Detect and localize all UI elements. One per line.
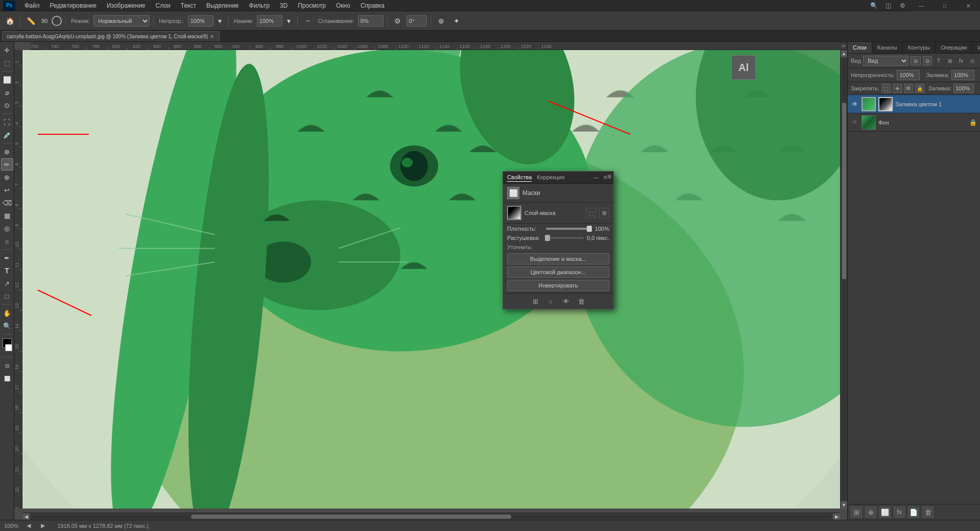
props-icon-grid[interactable]: ⊞	[530, 296, 541, 307]
props-icon-trash[interactable]: 🗑	[576, 296, 587, 307]
home-button[interactable]: 🏠	[3, 14, 16, 28]
props-mask-thumbnail[interactable]	[507, 206, 521, 220]
fill-lock-input[interactable]	[953, 84, 974, 93]
brush-tool[interactable]: ✏	[1, 158, 13, 171]
status-arrow-left[interactable]: ◀	[27, 522, 31, 529]
filter-icon-5[interactable]: ⊙	[968, 56, 977, 65]
stylus-icon[interactable]: ✦	[450, 14, 463, 28]
search-button[interactable]: 🔍	[867, 0, 881, 11]
opacity-input[interactable]	[188, 15, 213, 27]
menu-text[interactable]: Текст	[177, 1, 200, 10]
menu-3d[interactable]: 3D	[276, 1, 292, 10]
filter-toggle-btn[interactable]: ⊙	[911, 56, 921, 65]
brush-tool-icon[interactable]: ✏️	[24, 14, 37, 28]
move-tool[interactable]: ✛	[1, 44, 13, 56]
tool-preset-picker[interactable]	[52, 16, 62, 26]
menu-selection[interactable]: Выделение	[202, 1, 243, 10]
path-select-tool[interactable]: ↗	[1, 277, 13, 289]
lock-pixel-btn[interactable]: ⬚	[881, 84, 891, 93]
new-group-btn[interactable]: ⊞	[851, 506, 862, 518]
filter-icon-3[interactable]: ⊞	[945, 56, 954, 65]
new-mask-btn[interactable]: ⬜	[879, 506, 891, 518]
angle-input[interactable]	[407, 15, 427, 27]
menu-file[interactable]: Файл	[20, 1, 44, 10]
dodge-tool[interactable]: ☼	[1, 235, 13, 247]
layers-fill-input[interactable]	[951, 70, 974, 80]
pen-tool[interactable]: ✒	[1, 252, 13, 264]
props-density-track[interactable]	[546, 228, 592, 230]
heal-tool[interactable]: ⊕	[1, 146, 13, 158]
tab-history[interactable]: История	[972, 42, 980, 53]
new-style-btn[interactable]: fx	[894, 506, 905, 518]
arrange-button[interactable]: ◫	[881, 0, 895, 11]
ps-icon[interactable]: Ps	[3, 1, 15, 11]
eraser-tool[interactable]: ⌫	[1, 197, 13, 209]
stamp-tool[interactable]: ⊗	[1, 171, 13, 183]
layers-opacity-input[interactable]	[897, 70, 920, 80]
layer-item-1[interactable]: 👁 Заливка цветом 1	[848, 95, 980, 113]
close-button[interactable]: ✕	[957, 0, 980, 11]
mode-select[interactable]: Нормальный	[93, 15, 150, 27]
canvas-image[interactable]: Al	[22, 50, 840, 509]
status-arrow-right[interactable]: ▶	[41, 522, 45, 529]
layer-visibility-2[interactable]: 👁	[851, 118, 859, 127]
file-tab[interactable]: camylla-battani-AoqgGAqrlpU-unsplash.jpg…	[2, 31, 220, 41]
flow-toggle[interactable]: ▾	[284, 14, 294, 28]
gradient-tool[interactable]: ▦	[1, 209, 13, 222]
select-tool[interactable]: ⬜	[1, 74, 13, 86]
hand-tool[interactable]: ✋	[1, 307, 13, 319]
lasso-tool[interactable]: ⌀	[1, 86, 13, 99]
btn-color-range[interactable]: Цветовой диапазон...	[507, 267, 609, 278]
menu-view[interactable]: Просмотр	[294, 1, 330, 10]
delete-layer-btn[interactable]: 🗑	[922, 506, 934, 518]
ruler-corner-expand[interactable]: ≫	[839, 42, 847, 50]
props-mask-btn-2[interactable]: ⊞	[599, 208, 609, 218]
layer-item-2[interactable]: 👁 Фон 🔒	[848, 113, 980, 132]
crop-tool[interactable]: ⛶	[1, 116, 13, 128]
lock-all-btn[interactable]: 🔒	[915, 84, 924, 93]
quick-mask-btn[interactable]: ⊟	[1, 359, 13, 372]
shape-tool[interactable]: □	[1, 290, 13, 302]
tab-properties[interactable]: Свойства	[507, 173, 532, 182]
props-icon-circle[interactable]: ○	[545, 296, 556, 307]
flow-input[interactable]	[257, 15, 282, 27]
zoom-tool[interactable]: 🔍	[1, 320, 13, 332]
screen-mode-btn[interactable]: ⬜	[1, 372, 13, 384]
btn-select-mask[interactable]: Выделение и маска...	[507, 253, 609, 264]
menu-help[interactable]: Справка	[356, 1, 389, 10]
opacity-toggle[interactable]: ▾	[216, 14, 225, 28]
new-fill-btn[interactable]: ⊕	[865, 506, 876, 518]
smoothing-icon[interactable]: ~	[301, 14, 315, 28]
history-brush-tool[interactable]: ↩	[1, 184, 13, 196]
scrollbar-horizontal[interactable]: ◀ ▶	[22, 513, 840, 520]
maximize-button[interactable]: □	[933, 0, 957, 11]
menu-filter[interactable]: Фильтр	[245, 1, 274, 10]
tab-layers[interactable]: Слои	[848, 42, 872, 53]
blur-tool[interactable]: ◎	[1, 222, 13, 234]
layer-visibility-1[interactable]: 👁	[851, 100, 859, 108]
props-icon-eye[interactable]: 👁	[560, 296, 571, 307]
props-feather-handle[interactable]	[545, 235, 550, 241]
props-minimize-btn[interactable]: —	[592, 174, 600, 182]
new-layer-btn[interactable]: 📄	[908, 506, 919, 518]
menu-image[interactable]: Изображение	[103, 1, 150, 10]
filter-select[interactable]: Вид	[863, 56, 909, 66]
eyedropper-tool[interactable]: 💉	[1, 129, 13, 141]
background-color[interactable]	[5, 344, 12, 351]
menu-window[interactable]: Окно	[332, 1, 354, 10]
filter-icon-4[interactable]: fx	[957, 56, 966, 65]
lock-position-btn[interactable]: ✛	[893, 84, 902, 93]
close-tab-icon[interactable]: ✕	[210, 34, 214, 39]
smoothing-input[interactable]	[358, 15, 384, 27]
props-feather-track[interactable]	[546, 237, 584, 239]
tab-operations[interactable]: Операции	[936, 42, 972, 53]
filter-icon-1[interactable]: ⊙	[923, 56, 932, 65]
lock-artboard-btn[interactable]: ⧉	[904, 84, 913, 93]
pressure-icon[interactable]: ⊕	[435, 14, 448, 28]
artboard-tool[interactable]: ⬚	[1, 57, 13, 69]
props-mask-btn-1[interactable]: ⬚	[586, 208, 596, 218]
quick-select-tool[interactable]: ⊙	[1, 99, 13, 111]
minimize-button[interactable]: —	[910, 0, 933, 11]
menu-edit[interactable]: Редактирование	[46, 1, 101, 10]
workspace-button[interactable]: ⚙	[895, 0, 910, 11]
